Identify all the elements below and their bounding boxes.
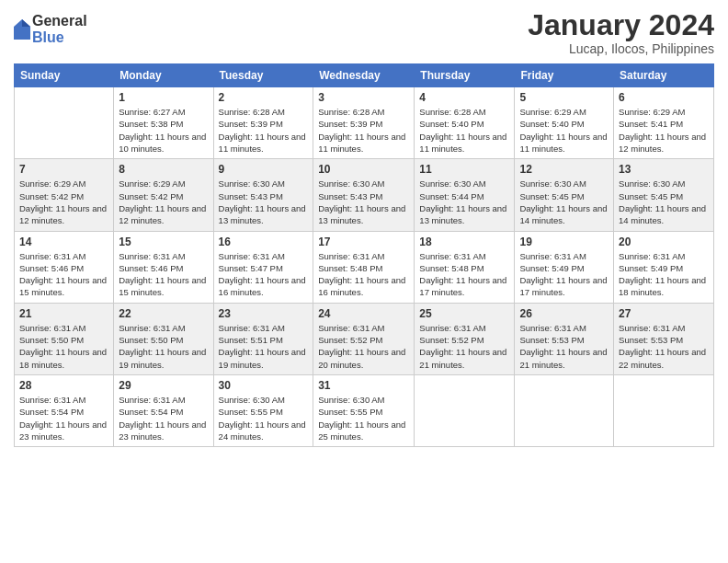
day-info: Sunrise: 6:30 AM Sunset: 5:45 PM Dayligh… <box>519 178 609 226</box>
day-number: 21 <box>19 307 108 320</box>
logo-general-text: General <box>32 13 87 29</box>
calendar-cell: 11Sunrise: 6:30 AM Sunset: 5:44 PM Dayli… <box>415 159 515 231</box>
day-number: 1 <box>119 91 208 104</box>
day-info: Sunrise: 6:31 AM Sunset: 5:54 PM Dayligh… <box>119 394 208 442</box>
calendar-cell: 9Sunrise: 6:30 AM Sunset: 5:43 PM Daylig… <box>213 159 313 231</box>
day-number: 10 <box>318 163 409 176</box>
logo-blue-text: Blue <box>32 29 87 46</box>
col-tuesday: Tuesday <box>213 64 313 87</box>
calendar-cell: 24Sunrise: 6:31 AM Sunset: 5:52 PM Dayli… <box>313 303 415 374</box>
calendar-cell: 1Sunrise: 6:27 AM Sunset: 5:38 PM Daylig… <box>114 87 213 159</box>
page: General Blue January 2024 Lucap, Ilocos,… <box>0 0 728 563</box>
svg-marker-1 <box>22 19 30 27</box>
calendar-cell: 15Sunrise: 6:31 AM Sunset: 5:46 PM Dayli… <box>114 231 213 303</box>
day-info: Sunrise: 6:27 AM Sunset: 5:38 PM Dayligh… <box>119 106 208 155</box>
calendar-cell: 5Sunrise: 6:29 AM Sunset: 5:40 PM Daylig… <box>515 87 614 159</box>
col-thursday: Thursday <box>415 64 515 87</box>
day-number: 11 <box>419 163 509 176</box>
day-info: Sunrise: 6:29 AM Sunset: 5:42 PM Dayligh… <box>19 178 108 226</box>
calendar-cell: 29Sunrise: 6:31 AM Sunset: 5:54 PM Dayli… <box>114 374 213 446</box>
day-number: 28 <box>19 379 108 392</box>
day-info: Sunrise: 6:31 AM Sunset: 5:52 PM Dayligh… <box>419 322 509 371</box>
calendar-cell: 8Sunrise: 6:29 AM Sunset: 5:42 PM Daylig… <box>114 159 213 231</box>
calendar-cell: 26Sunrise: 6:31 AM Sunset: 5:53 PM Dayli… <box>515 303 614 374</box>
day-number: 15 <box>119 236 208 248</box>
col-sunday: Sunday <box>15 64 114 87</box>
col-saturday: Saturday <box>614 64 714 87</box>
calendar-cell: 18Sunrise: 6:31 AM Sunset: 5:48 PM Dayli… <box>415 231 515 303</box>
logo: General Blue <box>14 13 87 45</box>
day-number: 8 <box>119 163 208 176</box>
logo-text: General Blue <box>32 13 87 45</box>
day-info: Sunrise: 6:28 AM Sunset: 5:40 PM Dayligh… <box>419 106 509 155</box>
day-number: 20 <box>619 236 709 248</box>
main-title: January 2024 <box>528 9 714 41</box>
day-info: Sunrise: 6:31 AM Sunset: 5:48 PM Dayligh… <box>419 250 509 299</box>
calendar-cell: 31Sunrise: 6:30 AM Sunset: 5:55 PM Dayli… <box>313 374 415 446</box>
day-info: Sunrise: 6:28 AM Sunset: 5:39 PM Dayligh… <box>318 106 409 155</box>
title-block: January 2024 Lucap, Ilocos, Philippines <box>528 9 714 56</box>
day-number: 2 <box>219 91 309 104</box>
day-number: 27 <box>619 307 709 320</box>
table-row: 28Sunrise: 6:31 AM Sunset: 5:54 PM Dayli… <box>15 374 714 446</box>
day-info: Sunrise: 6:30 AM Sunset: 5:55 PM Dayligh… <box>318 394 409 442</box>
calendar-cell: 27Sunrise: 6:31 AM Sunset: 5:53 PM Dayli… <box>614 303 714 374</box>
calendar-cell: 2Sunrise: 6:28 AM Sunset: 5:39 PM Daylig… <box>213 87 313 159</box>
calendar-cell: 20Sunrise: 6:31 AM Sunset: 5:49 PM Dayli… <box>614 231 714 303</box>
day-number: 16 <box>219 236 309 248</box>
header-row: Sunday Monday Tuesday Wednesday Thursday… <box>15 64 714 87</box>
calendar-cell: 25Sunrise: 6:31 AM Sunset: 5:52 PM Dayli… <box>415 303 515 374</box>
calendar-cell: 22Sunrise: 6:31 AM Sunset: 5:50 PM Dayli… <box>114 303 213 374</box>
calendar-cell: 28Sunrise: 6:31 AM Sunset: 5:54 PM Dayli… <box>15 374 114 446</box>
day-info: Sunrise: 6:31 AM Sunset: 5:50 PM Dayligh… <box>119 322 208 371</box>
calendar-cell: 19Sunrise: 6:31 AM Sunset: 5:49 PM Dayli… <box>515 231 614 303</box>
calendar-cell <box>515 374 614 446</box>
day-number: 6 <box>619 91 709 104</box>
calendar-cell <box>614 374 714 446</box>
day-number: 22 <box>119 307 208 320</box>
day-number: 19 <box>519 236 609 248</box>
day-info: Sunrise: 6:31 AM Sunset: 5:53 PM Dayligh… <box>519 322 609 371</box>
day-info: Sunrise: 6:31 AM Sunset: 5:48 PM Dayligh… <box>318 250 409 299</box>
day-number: 3 <box>318 91 409 104</box>
calendar-cell: 7Sunrise: 6:29 AM Sunset: 5:42 PM Daylig… <box>15 159 114 231</box>
day-number: 29 <box>119 379 208 392</box>
day-number: 13 <box>619 163 709 176</box>
day-info: Sunrise: 6:30 AM Sunset: 5:45 PM Dayligh… <box>619 178 709 226</box>
calendar-cell: 21Sunrise: 6:31 AM Sunset: 5:50 PM Dayli… <box>15 303 114 374</box>
day-number: 12 <box>519 163 609 176</box>
day-info: Sunrise: 6:31 AM Sunset: 5:51 PM Dayligh… <box>219 322 309 371</box>
day-number: 14 <box>19 236 108 248</box>
calendar-cell: 4Sunrise: 6:28 AM Sunset: 5:40 PM Daylig… <box>415 87 515 159</box>
calendar-cell: 10Sunrise: 6:30 AM Sunset: 5:43 PM Dayli… <box>313 159 415 231</box>
day-info: Sunrise: 6:29 AM Sunset: 5:40 PM Dayligh… <box>519 106 609 155</box>
day-info: Sunrise: 6:31 AM Sunset: 5:53 PM Dayligh… <box>619 322 709 371</box>
calendar-cell: 6Sunrise: 6:29 AM Sunset: 5:41 PM Daylig… <box>614 87 714 159</box>
day-info: Sunrise: 6:31 AM Sunset: 5:50 PM Dayligh… <box>19 322 108 371</box>
table-row: 14Sunrise: 6:31 AM Sunset: 5:46 PM Dayli… <box>15 231 714 303</box>
col-monday: Monday <box>114 64 213 87</box>
day-info: Sunrise: 6:28 AM Sunset: 5:39 PM Dayligh… <box>219 106 309 155</box>
day-number: 7 <box>19 163 108 176</box>
day-info: Sunrise: 6:30 AM Sunset: 5:44 PM Dayligh… <box>419 178 509 226</box>
day-number: 26 <box>519 307 609 320</box>
day-number: 31 <box>318 379 409 392</box>
day-number: 23 <box>219 307 309 320</box>
calendar-table: Sunday Monday Tuesday Wednesday Thursday… <box>14 63 714 447</box>
day-info: Sunrise: 6:31 AM Sunset: 5:46 PM Dayligh… <box>19 250 108 299</box>
day-number: 24 <box>318 307 409 320</box>
day-info: Sunrise: 6:29 AM Sunset: 5:42 PM Dayligh… <box>119 178 208 226</box>
calendar-cell: 23Sunrise: 6:31 AM Sunset: 5:51 PM Dayli… <box>213 303 313 374</box>
day-number: 25 <box>419 307 509 320</box>
day-info: Sunrise: 6:31 AM Sunset: 5:49 PM Dayligh… <box>519 250 609 299</box>
col-wednesday: Wednesday <box>313 64 415 87</box>
day-info: Sunrise: 6:30 AM Sunset: 5:43 PM Dayligh… <box>318 178 409 226</box>
calendar-cell: 14Sunrise: 6:31 AM Sunset: 5:46 PM Dayli… <box>15 231 114 303</box>
table-row: 7Sunrise: 6:29 AM Sunset: 5:42 PM Daylig… <box>15 159 714 231</box>
calendar-cell: 13Sunrise: 6:30 AM Sunset: 5:45 PM Dayli… <box>614 159 714 231</box>
calendar-cell <box>15 87 114 159</box>
calendar-cell: 17Sunrise: 6:31 AM Sunset: 5:48 PM Dayli… <box>313 231 415 303</box>
day-number: 9 <box>219 163 309 176</box>
day-info: Sunrise: 6:30 AM Sunset: 5:43 PM Dayligh… <box>219 178 309 226</box>
day-number: 18 <box>419 236 509 248</box>
